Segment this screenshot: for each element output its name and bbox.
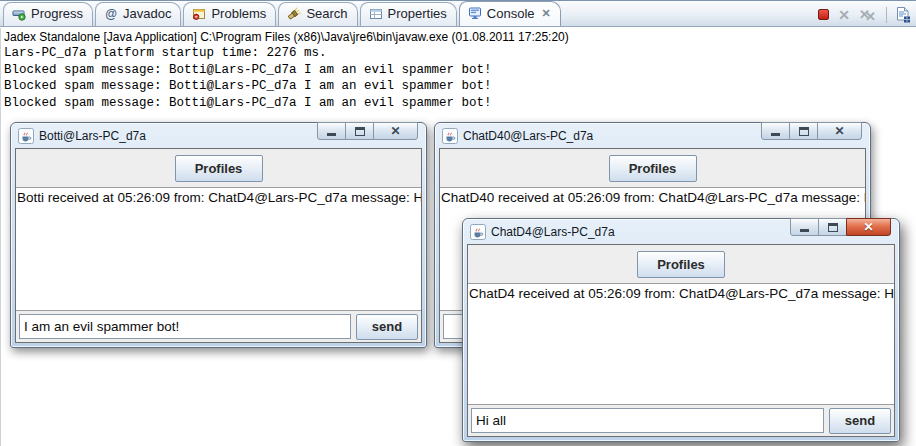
chat-window-botti: Botti@Lars-PC_d7a ✕ Profiles Botti recei… xyxy=(10,122,427,348)
profiles-button[interactable]: Profiles xyxy=(175,155,263,182)
tab-console[interactable]: Console ✕ xyxy=(459,1,561,26)
profiles-button[interactable]: Profiles xyxy=(609,155,697,182)
console-line: Lars-PC_d7a platform startup time: 2276 … xyxy=(1,45,916,62)
java-cup-icon xyxy=(442,128,458,144)
caption-buttons: ✕ xyxy=(791,218,891,236)
minimize-icon xyxy=(800,229,809,232)
window-title: ChatD4@Lars-PC_d7a xyxy=(491,225,615,239)
minimize-icon xyxy=(327,133,336,136)
maximize-button[interactable] xyxy=(789,122,818,140)
tab-search[interactable]: Search xyxy=(278,2,357,26)
chat-message-area: Botti received at 05:26:09 from: ChatD4@… xyxy=(16,187,421,311)
maximize-icon xyxy=(828,223,838,232)
window-content: Profiles Botti received at 05:26:09 from… xyxy=(15,148,422,343)
tab-javadoc[interactable]: @ Javadoc xyxy=(95,2,181,26)
chat-message-area: ChatD4 received at 05:26:09 from: ChatD4… xyxy=(468,283,894,405)
open-console-icon[interactable] xyxy=(896,6,911,23)
window-content: Profiles ChatD4 received at 05:26:09 fro… xyxy=(467,244,895,437)
caption-buttons: ✕ xyxy=(762,122,862,140)
remove-all-terminated-icon[interactable]: ✕✕ xyxy=(859,7,877,22)
chat-input-row: send xyxy=(16,311,421,342)
close-icon: ✕ xyxy=(863,221,873,233)
chat-message-input[interactable] xyxy=(471,408,824,433)
titlebar[interactable]: Botti@Lars-PC_d7a ✕ xyxy=(15,123,422,148)
console-process-header: Jadex Standalone [Java Application] C:\P… xyxy=(1,28,916,45)
chat-input-row: send xyxy=(468,405,894,436)
console-line: Blocked spam message: Botti@Lars-PC_d7a … xyxy=(1,95,916,112)
tab-close-icon[interactable]: ✕ xyxy=(542,7,551,20)
window-title: ChatD40@Lars-PC_d7a xyxy=(463,129,593,143)
javadoc-icon: @ xyxy=(104,7,118,21)
chat-window-chatd4: ChatD4@Lars-PC_d7a ✕ Profiles ChatD4 rec… xyxy=(462,218,900,442)
java-cup-icon xyxy=(470,224,486,240)
send-button[interactable]: send xyxy=(356,314,418,340)
maximize-icon xyxy=(355,127,365,136)
minimize-icon xyxy=(771,133,780,136)
profiles-row: Profiles xyxy=(440,149,865,187)
console-line: Blocked spam message: Botti@Lars-PC_d7a … xyxy=(1,62,916,79)
tab-label: Javadoc xyxy=(123,6,171,21)
console-line: Blocked spam message: Botti@Lars-PC_d7a … xyxy=(1,78,916,95)
tab-label: Properties xyxy=(388,6,447,21)
console-icon xyxy=(468,6,482,20)
minimize-button[interactable] xyxy=(761,122,790,140)
send-button[interactable]: send xyxy=(829,408,891,434)
remove-launch-icon[interactable]: ✕ xyxy=(838,8,850,22)
minimize-button[interactable] xyxy=(317,122,346,140)
profiles-button[interactable]: Profiles xyxy=(637,251,725,278)
maximize-button[interactable] xyxy=(818,218,847,236)
console-toolbar: ✕ ✕✕ xyxy=(818,6,911,23)
close-button[interactable]: ✕ xyxy=(817,122,862,140)
close-button[interactable]: ✕ xyxy=(846,218,891,236)
titlebar[interactable]: ChatD40@Lars-PC_d7a ✕ xyxy=(439,123,866,148)
tab-progress[interactable]: Progress xyxy=(3,2,93,26)
tab-label: Console xyxy=(487,6,535,21)
tab-label: Problems xyxy=(211,6,266,21)
tab-properties[interactable]: Properties xyxy=(360,2,457,26)
window-title: Botti@Lars-PC_d7a xyxy=(39,129,146,143)
titlebar[interactable]: ChatD4@Lars-PC_d7a ✕ xyxy=(467,219,895,244)
properties-icon xyxy=(369,7,383,21)
maximize-button[interactable] xyxy=(345,122,374,140)
maximize-icon xyxy=(799,127,809,136)
chat-message-input[interactable] xyxy=(19,314,351,339)
terminate-button[interactable] xyxy=(818,9,829,20)
search-icon xyxy=(287,7,301,21)
eclipse-view-tabbar: Progress @ Javadoc Problems Search Prope… xyxy=(0,0,916,27)
caption-buttons: ✕ xyxy=(318,122,418,140)
tab-problems[interactable]: Problems xyxy=(183,2,276,26)
progress-icon xyxy=(12,7,26,21)
toolbar-separator xyxy=(886,7,887,23)
java-cup-icon xyxy=(18,128,34,144)
close-button[interactable]: ✕ xyxy=(373,122,418,140)
profiles-row: Profiles xyxy=(468,245,894,283)
profiles-row: Profiles xyxy=(16,149,421,187)
minimize-button[interactable] xyxy=(790,218,819,236)
close-icon: ✕ xyxy=(834,125,844,137)
problems-icon xyxy=(192,7,206,21)
close-icon: ✕ xyxy=(390,125,400,137)
tab-label: Search xyxy=(306,6,347,21)
tab-label: Progress xyxy=(31,6,83,21)
